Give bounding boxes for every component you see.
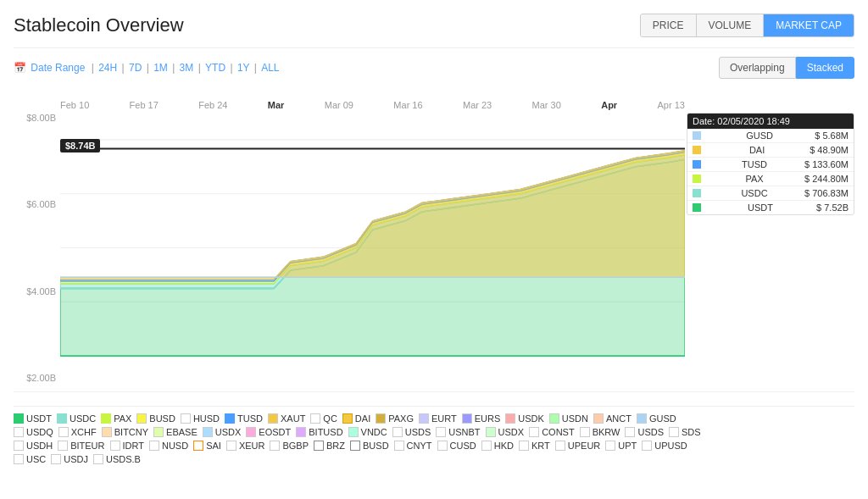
tooltip-coin-usdc: USDC <box>741 188 767 198</box>
legend-swatch-eurs <box>462 413 472 424</box>
legend-const: CONST <box>529 427 575 437</box>
legend-sds: SDS <box>669 427 701 437</box>
legend-xaut: XAUT <box>268 413 305 424</box>
legend-brz: BRZ <box>314 441 345 451</box>
date-all[interactable]: ALL <box>261 62 279 74</box>
controls-bar: 📅 Date Range | 24H | 7D | 1M | 3M | YTD … <box>14 47 854 79</box>
tooltip-row-usdc: USDC $ 706.83M <box>687 186 854 201</box>
legend-eosdt: EOSDT <box>246 427 291 437</box>
legend-usdt: USDT <box>14 413 52 424</box>
x-label-mar16: Mar 16 <box>393 100 422 110</box>
legend-row-1: USDT USDC PAX BUSD HUSD TUSD XAUT QC DAI… <box>14 413 854 424</box>
x-label-apr13: Apr 13 <box>658 100 685 110</box>
date-24h[interactable]: 24H <box>98 62 117 74</box>
legend-eurt: EURT <box>419 413 457 424</box>
legend-row-3: USDH BITEUR IDRT NUSD SAI XEUR BGBP BRZ … <box>14 441 854 451</box>
legend-swatch-usdh <box>14 441 24 451</box>
legend-cnyt: CNYT <box>394 441 432 451</box>
tooltip-label-gusd <box>693 131 701 140</box>
tooltip-swatch-tusd <box>693 160 701 169</box>
y-axis: $8.00B $6.00B $4.00B $2.00B <box>14 113 60 383</box>
legend-idrt: IDRT <box>110 441 144 451</box>
legend-pax: PAX <box>101 413 131 424</box>
price-toggle-btn[interactable]: PRICE <box>641 14 697 36</box>
legend-swatch-usds2 <box>625 427 635 437</box>
legend-swatch-tusd <box>225 413 235 424</box>
page-title: Stablecoin Overview <box>14 14 184 36</box>
y-label-8b: $8.00B <box>26 113 56 123</box>
page: Stablecoin Overview PRICE VOLUME MARKET … <box>0 0 868 499</box>
x-label-mar23: Mar 23 <box>463 100 492 110</box>
legend-swatch-bkrw <box>580 427 590 437</box>
tooltip-value-pax: $ 244.80M <box>804 174 849 184</box>
tooltip-row-usdt: USDT $ 7.52B <box>687 201 854 214</box>
legend-usdsb: USDS.B <box>93 454 141 464</box>
legend-swatch-usdj <box>51 454 61 464</box>
x-label-mar30: Mar 30 <box>532 100 561 110</box>
legend-swatch-sai <box>193 441 203 451</box>
legend-anct: ANCT <box>593 413 632 424</box>
legend-busd: BUSD <box>136 413 175 424</box>
chart-container: Feb 10 Feb 17 Feb 24 Mar Mar 09 Mar 16 M… <box>14 87 854 392</box>
legend-swatch-upeur <box>555 441 565 451</box>
legend-usc: USC <box>14 454 46 464</box>
legend-usdx: USDX <box>203 427 242 437</box>
date-1y[interactable]: 1Y <box>237 62 249 74</box>
date-range-control: 📅 Date Range | 24H | 7D | 1M | 3M | YTD … <box>14 62 280 74</box>
legend-swatch-qc <box>310 413 320 424</box>
legend-husd: HUSD <box>181 413 220 424</box>
legend-usdk: USDK <box>505 413 544 424</box>
legend-upt: UPT <box>605 441 637 451</box>
legend-swatch-busd2 <box>350 441 360 451</box>
legend-bgbp: BGBP <box>270 441 309 451</box>
legend-swatch-usdx <box>203 427 213 437</box>
legend-usdn: USDN <box>549 413 588 424</box>
tooltip-swatch-dai <box>693 146 701 154</box>
legend-biteur: BITEUR <box>58 441 104 451</box>
tooltip-swatch-usdc <box>693 189 701 197</box>
header: Stablecoin Overview PRICE VOLUME MARKET … <box>14 14 854 37</box>
legend-swatch-bitusd <box>296 427 306 437</box>
legend-usdx2: USDX <box>486 427 525 437</box>
tooltip-coin-tusd: TUSD <box>742 159 767 169</box>
date-ytd[interactable]: YTD <box>205 62 225 74</box>
legend-swatch-usdn <box>549 413 559 424</box>
legend-swatch-usdk <box>505 413 515 424</box>
date-1m[interactable]: 1M <box>153 62 168 74</box>
date-3m[interactable]: 3M <box>180 62 194 74</box>
tooltip-value-dai: $ 48.90M <box>810 145 849 155</box>
tooltip-swatch-pax <box>693 175 701 183</box>
marketcap-toggle-btn[interactable]: MARKET CAP <box>764 14 854 36</box>
overlapping-btn[interactable]: Overlapping <box>719 57 796 79</box>
legend-swatch-ebase <box>153 427 164 437</box>
legend-usdq: USDQ <box>14 427 53 437</box>
legend-swatch-const <box>529 427 539 437</box>
legend-bkrw: BKRW <box>580 427 620 437</box>
tooltip-coin-usdt: USDT <box>748 202 773 213</box>
legend-paxg: PAXG <box>376 413 414 424</box>
legend-usds2: USDS <box>625 427 664 437</box>
tooltip: Date: 02/05/2020 18:49 GUSD $ 5.68M DAI … <box>687 113 854 215</box>
x-axis: Feb 10 Feb 17 Feb 24 Mar Mar 09 Mar 16 M… <box>60 100 685 110</box>
legend-usnbt: USNBT <box>436 427 480 437</box>
legend-dai: DAI <box>342 413 370 424</box>
legend-usdc: USDC <box>57 413 96 424</box>
price-badge: $8.74B <box>60 139 100 152</box>
legend-bitusd: BITUSD <box>296 427 342 437</box>
legend-swatch-paxg <box>376 413 386 424</box>
legend-tusd: TUSD <box>225 413 263 424</box>
stacked-btn[interactable]: Stacked <box>796 57 854 79</box>
legend-swatch-usc <box>14 454 24 464</box>
legend-swatch-hkd <box>481 441 492 451</box>
volume-toggle-btn[interactable]: VOLUME <box>697 14 765 36</box>
date-7d[interactable]: 7D <box>129 62 142 74</box>
x-label-mar09: Mar 09 <box>325 100 353 110</box>
legend-upusd: UPUSD <box>642 441 687 451</box>
legend-swatch-usdsb <box>93 454 103 464</box>
legend-swatch-bgbp <box>270 441 280 451</box>
x-label-feb17: Feb 17 <box>130 100 159 110</box>
legend-eurs: EURS <box>462 413 501 424</box>
legend-upeur: UPEUR <box>555 441 601 451</box>
x-label-feb24: Feb 24 <box>198 100 227 110</box>
tooltip-date: Date: 02/05/2020 18:49 <box>687 114 854 129</box>
